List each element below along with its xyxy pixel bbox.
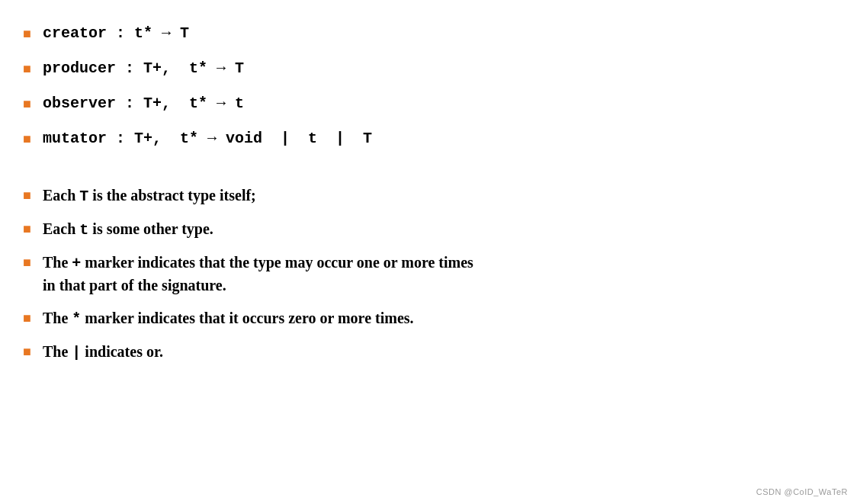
section-divider — [23, 163, 837, 185]
list-item: ■ The * marker indicates that it occurs … — [23, 307, 837, 330]
prose-pipe-marker: The | indicates or. — [43, 341, 163, 364]
list-item: ■ The | indicates or. — [23, 341, 837, 364]
bullet-icon: ■ — [23, 220, 32, 239]
code-bullet-list: ■ creator : t* → T ■ producer : T+, t* →… — [23, 23, 837, 149]
code-line-creator: creator : t* → T — [43, 23, 189, 44]
bullet-icon: ■ — [23, 95, 32, 114]
bullet-icon: ■ — [23, 130, 32, 149]
prose-each-T: Each T is the abstract type itself; — [43, 185, 256, 207]
list-item: ■ observer : T+, t* → t — [23, 93, 837, 114]
list-item: ■ The + marker indicates that the type m… — [23, 252, 837, 297]
code-line-producer: producer : T+, t* → T — [43, 58, 244, 79]
prose-each-t: Each t is some other type. — [43, 218, 213, 241]
list-item: ■ Each t is some other type. — [23, 218, 837, 241]
bullet-icon: ■ — [23, 24, 32, 43]
list-item: ■ creator : t* → T — [23, 23, 837, 44]
list-item: ■ producer : T+, t* → T — [23, 58, 837, 79]
bullet-icon: ■ — [23, 309, 32, 328]
list-item: ■ mutator : T+, t* → void | t | T — [23, 128, 837, 149]
list-item: ■ Each T is the abstract type itself; — [23, 185, 837, 207]
prose-plus-marker: The + marker indicates that the type may… — [43, 252, 473, 297]
bullet-icon: ■ — [23, 342, 32, 361]
bullet-icon: ■ — [23, 186, 32, 205]
bullet-icon: ■ — [23, 59, 32, 79]
code-line-observer: observer : T+, t* → t — [43, 93, 244, 114]
code-line-mutator: mutator : T+, t* → void | t | T — [43, 128, 372, 149]
prose-bullet-list: ■ Each T is the abstract type itself; ■ … — [23, 185, 837, 364]
bullet-icon: ■ — [23, 253, 32, 272]
main-content: ■ creator : t* → T ■ producer : T+, t* →… — [23, 15, 837, 382]
prose-star-marker: The * marker indicates that it occurs ze… — [43, 307, 414, 330]
watermark-label: CSDN @CoID_WaTeR — [756, 487, 848, 496]
